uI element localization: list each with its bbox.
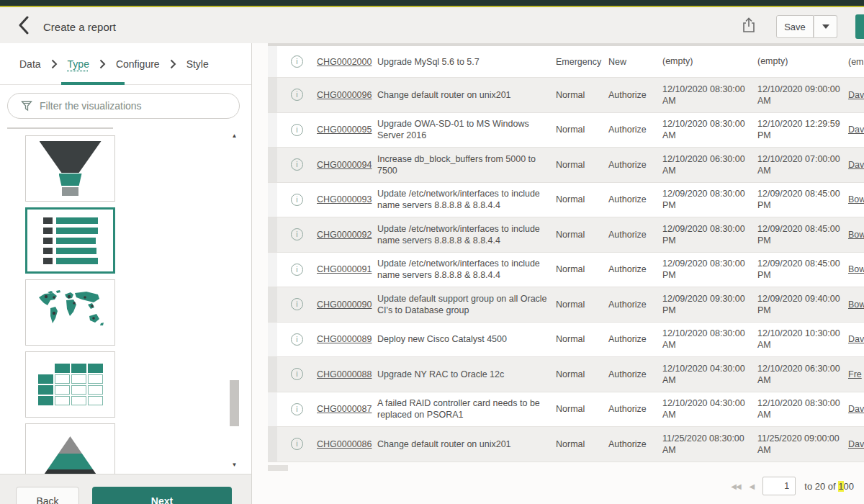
change-number-cell: CHG0000094 [317, 160, 377, 170]
state-cell: Authorize [608, 194, 662, 204]
scrollbar-thumb[interactable] [230, 380, 239, 426]
assigned-link[interactable]: Dav [848, 404, 864, 414]
breadcrumb-step-data[interactable]: Data [19, 58, 41, 70]
viz-type-funnel[interactable] [25, 135, 115, 202]
end-date-cell: 12/09/2020 08:45:00PM [757, 188, 848, 212]
priority-cell: Normal [556, 369, 608, 379]
end-date-cell: 12/09/2020 08:45:00PM [757, 258, 848, 282]
panel-footer: Back Next [0, 474, 251, 504]
assigned-link[interactable]: Bow [848, 194, 864, 204]
info-icon[interactable]: i [291, 264, 303, 276]
priority-cell: Normal [556, 404, 608, 414]
short-description-cell: A failed RAID controller card needs to b… [377, 397, 556, 420]
change-number-link[interactable]: CHG0000095 [317, 125, 372, 135]
save-button[interactable]: Save [776, 15, 814, 38]
previous-page-button[interactable]: ◀ [750, 482, 755, 490]
info-icon[interactable]: i [291, 194, 303, 206]
save-split-button: Save [776, 15, 837, 38]
change-number-link[interactable]: CHG0000096 [317, 90, 372, 100]
save-dropdown-button[interactable] [814, 15, 837, 38]
short-description-cell: Increase db_block_buffers from 5000 to 7… [377, 153, 556, 176]
table-scrollbar-stub [268, 465, 288, 471]
change-number-link[interactable]: CHG0000092 [317, 230, 372, 240]
assigned-link[interactable]: Bow [848, 230, 864, 240]
info-icon[interactable]: i [291, 438, 303, 450]
change-number-link[interactable]: CHG0000087 [317, 404, 372, 414]
info-icon[interactable]: i [291, 333, 303, 346]
back-arrow-button[interactable] [14, 16, 33, 36]
breadcrumb: Data Type Configure Style [0, 43, 251, 85]
breadcrumb-step-configure[interactable]: Configure [116, 58, 160, 70]
start-date-cell: 12/10/2020 08:30:00AM [662, 84, 757, 107]
change-number-link[interactable]: CHG0000091 [317, 264, 372, 274]
table-row: i CHG0000095 Upgrade OWA-SD-01 to MS Win… [268, 113, 864, 148]
back-button[interactable]: Back [16, 487, 79, 504]
page-number-input[interactable] [762, 477, 796, 495]
state-cell: Authorize [608, 334, 662, 344]
assigned-link[interactable]: Dav [848, 439, 864, 449]
assigned-link[interactable]: Dav [848, 160, 864, 170]
change-number-link[interactable]: CHG0000086 [317, 439, 372, 449]
change-number-cell: CHG0000092 [317, 230, 377, 240]
assigned-link[interactable]: Dav [848, 334, 864, 344]
viz-type-list[interactable] [25, 207, 115, 274]
info-icon[interactable]: i [291, 124, 303, 136]
start-date-cell: 12/09/2020 09:30:00PM [662, 293, 757, 317]
start-date-cell: 11/25/2020 08:30:00AM [662, 433, 757, 456]
info-icon[interactable]: i [291, 158, 303, 171]
priority-cell: Normal [556, 334, 608, 344]
change-number-link[interactable]: CHG0000093 [317, 194, 372, 204]
info-icon[interactable]: i [291, 89, 303, 101]
viz-type-pyramid[interactable] [25, 423, 115, 474]
info-icon[interactable]: i [291, 228, 303, 240]
priority-cell: Normal [556, 194, 608, 204]
assigned-cell: Dav [848, 404, 864, 414]
row-info-cell: i [277, 89, 317, 101]
change-number-cell: CHG0000088 [317, 369, 377, 379]
end-date-cell: 12/10/2020 09:00:00AM [757, 84, 848, 107]
priority-cell: Normal [556, 439, 608, 449]
change-number-link[interactable]: CHG0000088 [317, 369, 372, 379]
assigned-cell: Dav [848, 439, 864, 449]
assigned-link[interactable]: Bow [848, 300, 864, 310]
change-number-cell: CHG0000086 [317, 439, 377, 449]
app-header: Create a report Save [0, 7, 864, 43]
assigned-cell: Fre [848, 369, 864, 379]
page-title: Create a report [43, 21, 116, 33]
viz-type-map[interactable] [25, 279, 115, 346]
state-cell: Authorize [608, 90, 662, 100]
scroll-up-arrow[interactable]: ▲ [229, 132, 240, 140]
scroll-down-arrow[interactable]: ▼ [229, 461, 240, 469]
assigned-cell: Dav [848, 160, 864, 170]
total-count: 00 [844, 481, 854, 492]
table-row: i CHG0000096 Change default router on un… [268, 78, 864, 113]
end-date-cell: 12/09/2020 09:40:00PM [757, 293, 848, 317]
breadcrumb-step-style[interactable]: Style [186, 58, 209, 70]
list-chart-icon [43, 217, 98, 264]
table-grid-icon [38, 364, 103, 405]
share-button[interactable] [740, 17, 757, 35]
assigned-link[interactable]: Dav [848, 90, 864, 100]
info-icon[interactable]: i [291, 55, 303, 68]
breadcrumb-step-type[interactable]: Type [68, 58, 89, 70]
change-number-link[interactable]: CHG0002000 [317, 57, 372, 67]
change-number-link[interactable]: CHG0000090 [317, 300, 372, 310]
first-page-button[interactable]: ◀◀ [731, 482, 740, 490]
info-icon[interactable]: i [291, 368, 303, 380]
state-cell: Authorize [608, 125, 662, 135]
assigned-link[interactable]: Bow [848, 264, 864, 274]
state-cell: Authorize [608, 230, 662, 240]
assigned-link[interactable]: Dav [848, 125, 864, 135]
change-number-link[interactable]: CHG0000094 [317, 160, 372, 170]
assigned-link[interactable]: Fre [848, 369, 862, 379]
change-number-link[interactable]: CHG0000089 [317, 334, 372, 344]
viz-type-table[interactable] [25, 351, 115, 418]
filter-visualizations-input[interactable] [7, 93, 240, 119]
run-button-partial[interactable] [855, 14, 864, 39]
info-icon[interactable]: i [291, 403, 303, 415]
row-info-cell: i [277, 55, 317, 68]
info-icon[interactable]: i [291, 298, 303, 310]
next-button[interactable]: Next [92, 487, 232, 504]
caret-down-icon [822, 24, 829, 29]
state-cell: Authorize [608, 439, 662, 449]
